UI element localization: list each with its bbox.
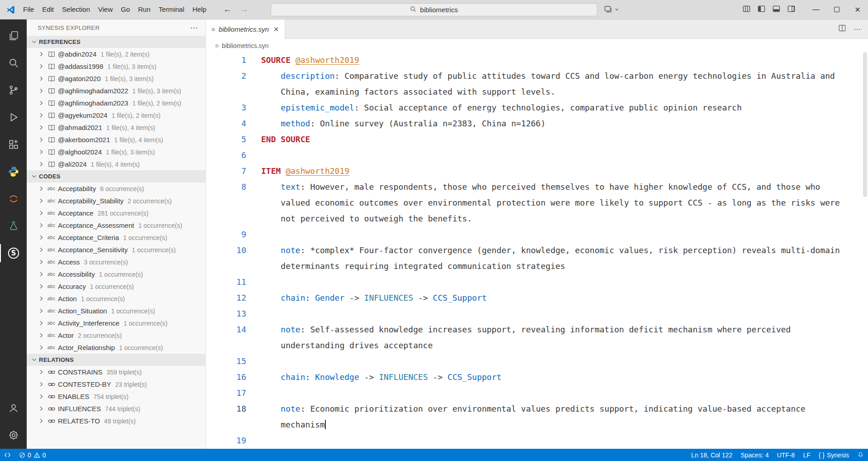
tree-item-action[interactable]: abcAction1 occurrence(s) bbox=[27, 293, 205, 305]
language-mode[interactable]: { } Synesis bbox=[815, 449, 853, 461]
tree-item-acceptance_criteria[interactable]: abcAcceptance_Criteria1 occurrence(s) bbox=[27, 231, 205, 244]
code-line-7[interactable]: 7ITEM @ashworth2019 bbox=[206, 163, 868, 179]
editor-scrollbar[interactable] bbox=[862, 52, 868, 449]
breadcrumb[interactable]: ≡ bibliometrics.syn bbox=[206, 39, 868, 52]
menu-view[interactable]: View bbox=[94, 0, 117, 19]
tree-item-accessibility[interactable]: abcAccessibility1 occurrence(s) bbox=[27, 268, 205, 280]
eol[interactable]: LF bbox=[799, 449, 814, 461]
problems-indicator[interactable]: 0 0 bbox=[15, 449, 50, 461]
tree-item-contested-by[interactable]: CONTESTED-BY23 triplet(s) bbox=[27, 378, 205, 390]
tree-item-constrains[interactable]: CONSTRAINS359 triplet(s) bbox=[27, 366, 205, 378]
tree-item-@aghlimoghadam2023[interactable]: @aghlimoghadam20231 file(s), 2 item(s) bbox=[27, 97, 205, 109]
tree-item-influences[interactable]: INFLUENCES744 triplet(s) bbox=[27, 403, 205, 415]
explorer-icon[interactable] bbox=[0, 22, 27, 49]
menu-edit[interactable]: Edit bbox=[38, 0, 58, 19]
split-editor-icon[interactable] bbox=[838, 24, 846, 34]
window-layout-control[interactable] bbox=[604, 5, 620, 15]
tree-item-actor_relationship[interactable]: abcActor_Relationship1 occurrence(s) bbox=[27, 341, 205, 354]
code-line-11[interactable]: 11 bbox=[206, 274, 868, 290]
python-icon[interactable] bbox=[0, 158, 27, 185]
code-line-10[interactable]: 10note: *complex* Four-factor convergenc… bbox=[206, 242, 868, 274]
section-header-relations[interactable]: RELATIONS bbox=[27, 354, 205, 366]
code-line-5[interactable]: 5END SOURCE bbox=[206, 131, 868, 147]
code-line-19[interactable]: 19 bbox=[206, 432, 868, 448]
tree-item-acceptability[interactable]: abcAcceptability6 occurrence(s) bbox=[27, 182, 205, 195]
close-tab-icon[interactable]: ✕ bbox=[273, 25, 279, 34]
more-actions-icon[interactable]: ⋯ bbox=[190, 23, 198, 33]
indentation[interactable]: Spaces: 4 bbox=[736, 449, 773, 461]
tree-item-acceptability_stability[interactable]: abcAcceptability_Stability2 occurrence(s… bbox=[27, 195, 205, 207]
tree-item-acceptance_sensitivity[interactable]: abcAcceptance_Sensitivity1 occurrence(s) bbox=[27, 244, 205, 256]
synesis-icon[interactable]: S bbox=[0, 240, 27, 267]
forward-arrow-icon[interactable]: → bbox=[240, 5, 248, 14]
code-line-18[interactable]: 18note: Economic prioritization over env… bbox=[206, 401, 868, 432]
code-line-9[interactable]: 9 bbox=[206, 226, 868, 242]
code-line-17[interactable]: 17 bbox=[206, 385, 868, 401]
code-area[interactable]: 1SOURCE @ashworth20192description: Compa… bbox=[206, 52, 868, 449]
account-icon[interactable] bbox=[0, 394, 27, 422]
code-line-8[interactable]: 8text: However, male respondents, those … bbox=[206, 179, 868, 226]
tree-item-@agyekum2024[interactable]: @agyekum20241 file(s), 2 item(s) bbox=[27, 109, 205, 121]
code-line-15[interactable]: 15 bbox=[206, 353, 868, 369]
tree-item-enables[interactable]: ENABLES754 triplet(s) bbox=[27, 390, 205, 403]
encoding[interactable]: UTF-8 bbox=[773, 449, 799, 461]
menu-run[interactable]: Run bbox=[134, 0, 155, 19]
reference-link[interactable]: @ashworth2019 bbox=[286, 166, 349, 176]
maximize-button[interactable] bbox=[826, 0, 847, 19]
toggle-sidebar-icon[interactable] bbox=[757, 5, 766, 15]
reference-link[interactable]: @ashworth2019 bbox=[296, 55, 359, 65]
menu-go[interactable]: Go bbox=[117, 0, 134, 19]
source-control-icon[interactable] bbox=[0, 77, 27, 104]
test-flask-icon[interactable] bbox=[0, 212, 27, 240]
tree-item-acceptance_assessment[interactable]: abcAcceptance_Assessment1 occurrence(s) bbox=[27, 219, 205, 231]
tree-item-@abdin2024[interactable]: @abdin20241 file(s), 2 item(s) bbox=[27, 48, 205, 60]
toggle-secondary-sidebar-icon[interactable] bbox=[787, 5, 796, 15]
close-button[interactable]: ✕ bbox=[847, 0, 868, 19]
tree-item-actor[interactable]: abcActor2 occurrence(s) bbox=[27, 329, 205, 341]
tree-item-@akerboom2021[interactable]: @akerboom20211 file(s), 4 item(s) bbox=[27, 134, 205, 146]
minimize-button[interactable]: — bbox=[806, 0, 826, 19]
notifications-bell-icon[interactable] bbox=[853, 449, 868, 461]
tree-item-activity_interference[interactable]: abcActivity_Interference1 occurrence(s) bbox=[27, 317, 205, 329]
tree-item-@ahmadi2021[interactable]: @ahmadi20211 file(s), 4 item(s) bbox=[27, 121, 205, 134]
tree-item-access[interactable]: abcAccess3 occurrence(s) bbox=[27, 256, 205, 268]
menu-selection[interactable]: Selection bbox=[58, 0, 94, 19]
code-line-3[interactable]: 3epistemic_model: Social acceptance of e… bbox=[206, 100, 868, 115]
tree-item-acceptance[interactable]: abcAcceptance281 occurrence(s) bbox=[27, 207, 205, 219]
code-line-13[interactable]: 13 bbox=[206, 306, 868, 322]
code-line-4[interactable]: 4method: Online survey (Australia n=2383… bbox=[206, 115, 868, 131]
menu-file[interactable]: File bbox=[19, 0, 38, 19]
tree-item-accuracy[interactable]: abcAccuracy1 occurrence(s) bbox=[27, 280, 205, 293]
tree-item-action_situation[interactable]: abcAction_Situation1 occurrence(s) bbox=[27, 305, 205, 317]
section-header-references[interactable]: REFERENCES bbox=[27, 36, 205, 48]
tree-item-@alghool2024[interactable]: @alghool20241 file(s), 3 item(s) bbox=[27, 146, 205, 158]
cursor-position[interactable]: Ln 18, Col 122 bbox=[687, 449, 736, 461]
tab-bibliometrics[interactable]: ≡ bibliometrics.syn ✕ bbox=[206, 19, 285, 39]
scrollbar-thumb[interactable] bbox=[863, 52, 867, 197]
tree-item-@aghlimoghadam2022[interactable]: @aghlimoghadam20221 file(s), 3 item(s) bbox=[27, 85, 205, 97]
toggle-panel-icon[interactable] bbox=[772, 5, 781, 15]
layout-columns-icon[interactable] bbox=[742, 5, 751, 15]
code-line-12[interactable]: 12chain: Gender -> INFLUENCES -> CCS_Sup… bbox=[206, 290, 868, 306]
run-debug-icon[interactable] bbox=[0, 104, 27, 131]
code-line-14[interactable]: 14note: Self-assessed knowledge increase… bbox=[206, 322, 868, 353]
code-line-16[interactable]: 16chain: Knowledge -> INFLUENCES -> CCS_… bbox=[206, 369, 868, 385]
menu-help[interactable]: Help bbox=[188, 0, 210, 19]
search-input[interactable]: bibliometrics bbox=[271, 3, 597, 16]
extensions-icon[interactable] bbox=[0, 131, 27, 158]
menu-terminal[interactable]: Terminal bbox=[155, 0, 189, 19]
tree-item-relates-to[interactable]: RELATES-TO49 triplet(s) bbox=[27, 415, 205, 427]
jupyter-icon[interactable] bbox=[0, 185, 27, 212]
remote-indicator[interactable] bbox=[0, 449, 15, 461]
settings-gear-icon[interactable] bbox=[0, 422, 27, 449]
back-arrow-icon[interactable]: ← bbox=[223, 5, 232, 14]
code-line-6[interactable]: 6 bbox=[206, 147, 868, 163]
tree-item-@addassi1998[interactable]: @addassi19981 file(s), 3 item(s) bbox=[27, 60, 205, 72]
code-line-2[interactable]: 2description: Comparative study of publi… bbox=[206, 68, 868, 100]
tree-item-@ali2024[interactable]: @ali20241 file(s), 4 item(s) bbox=[27, 158, 205, 170]
editor-more-actions-icon[interactable]: ⋯ bbox=[854, 25, 861, 34]
section-header-codes[interactable]: CODES bbox=[27, 170, 205, 182]
code-line-1[interactable]: 1SOURCE @ashworth2019 bbox=[206, 52, 868, 68]
tree-item-@agaton2020[interactable]: @agaton20201 file(s), 3 item(s) bbox=[27, 72, 205, 85]
search-sidebar-icon[interactable] bbox=[0, 49, 27, 77]
